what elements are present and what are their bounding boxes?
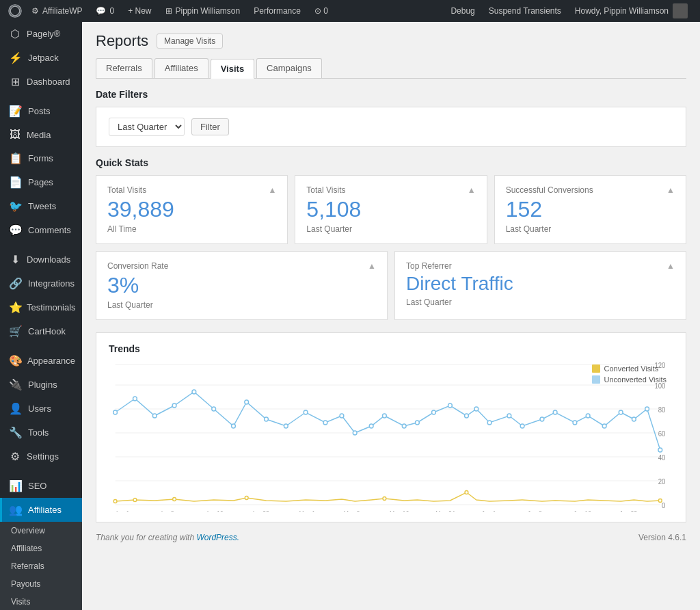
svg-point-20 — [212, 407, 216, 411]
svg-point-40 — [540, 417, 544, 421]
svg-point-55 — [658, 499, 662, 503]
svg-point-45 — [619, 410, 623, 414]
stat-card-conversion-rate: Conversion Rate ▲ 3% Last Quarter — [96, 251, 388, 320]
svg-text:Jun 8: Jun 8 — [528, 509, 542, 512]
svg-text:Apr 16: Apr 16 — [206, 509, 224, 512]
new-content-menu[interactable]: + New — [121, 0, 158, 22]
stat-card-header-4: Conversion Rate ▲ — [107, 261, 376, 271]
svg-point-35 — [465, 414, 469, 418]
footer-wordpress-link[interactable]: WordPress. — [196, 533, 239, 542]
sidebar-item-posts[interactable]: 📝 Posts — [0, 99, 82, 123]
svg-point-16 — [133, 397, 137, 401]
submenu-visits[interactable]: Visits — [0, 593, 82, 610]
stat-period-1: All Time — [107, 224, 276, 234]
svg-text:20: 20 — [658, 478, 666, 486]
comments-menu[interactable]: 💬 0 — [89, 0, 121, 22]
stat-card-header-2: Total Visits ▲ — [306, 185, 475, 195]
sidebar-item-integrations[interactable]: 🔗 Integrations — [0, 271, 82, 295]
svg-point-43 — [586, 414, 590, 418]
trends-title: Trends — [109, 343, 673, 354]
tweets-icon: 🐦 — [9, 200, 23, 213]
svg-text:Apr 1: Apr 1 — [116, 509, 130, 512]
stat-card-total-visits-quarter: Total Visits ▲ 5,108 Last Quarter — [295, 175, 487, 244]
comment-icon: 💬 — [96, 6, 106, 16]
svg-point-44 — [602, 424, 606, 428]
tabs-bar: Referrals Affiliates Visits Campaigns — [96, 58, 686, 79]
wp-logo-icon[interactable] — [5, 1, 25, 21]
plugins-icon: 🔌 — [9, 378, 23, 391]
sidebar-item-forms[interactable]: 📋 Forms — [0, 146, 82, 170]
converted-visits-label: Converted Visits — [604, 364, 658, 373]
submenu-payouts[interactable]: Payouts — [0, 575, 82, 593]
affiliates-submenu: Overview Affiliates Referrals Payouts Vi… — [0, 522, 82, 610]
unconverted-visits-label: Unconverted Visits — [604, 375, 667, 384]
svg-point-31 — [402, 424, 406, 428]
main-wrapper: ⬡ Pagely® ⚡ Jetpack ⊞ Dashboard 📝 Posts … — [0, 22, 700, 610]
sidebar-item-jetpack[interactable]: ⚡ Jetpack — [0, 46, 82, 70]
user-howdy[interactable]: Howdy, Pippin Williamson — [568, 0, 695, 22]
stat-label-4: Conversion Rate — [107, 261, 168, 271]
svg-point-17 — [152, 414, 157, 418]
svg-text:May 16: May 16 — [390, 509, 409, 512]
svg-point-48 — [658, 448, 662, 452]
date-filter-select[interactable]: Last Quarter This Quarter Last Month Thi… — [109, 118, 185, 136]
forms-icon: 📋 — [9, 152, 23, 165]
appearance-icon: 🎨 — [9, 354, 22, 367]
activity-count[interactable]: ⊙ 0 — [308, 0, 335, 22]
sidebar-item-users[interactable]: 👤 Users — [0, 397, 82, 421]
submenu-overview[interactable]: Overview — [0, 522, 82, 540]
pages-icon: 📄 — [9, 176, 23, 189]
suspend-transients[interactable]: Suspend Transients — [482, 0, 568, 22]
filter-button[interactable]: Filter — [191, 118, 229, 135]
media-icon: 🖼 — [9, 129, 21, 141]
debug-menu[interactable]: Debug — [444, 0, 481, 22]
affiliates-icon: 👥 — [9, 503, 23, 516]
stat-value-1: 39,889 — [107, 198, 276, 222]
svg-point-33 — [432, 410, 436, 414]
sidebar-item-testimonials[interactable]: ⭐ Testimonials — [0, 295, 82, 319]
tab-referrals[interactable]: Referrals — [96, 58, 152, 78]
tab-affiliates[interactable]: Affiliates — [154, 58, 208, 78]
sidebar-item-affiliates[interactable]: 👥 Affiliates — [0, 498, 82, 522]
sidebar-item-appearance[interactable]: 🎨 Appearance — [0, 349, 82, 373]
legend-unconverted: Unconverted Visits — [592, 375, 667, 384]
submenu-affiliates[interactable]: Affiliates — [0, 540, 82, 557]
sidebar-item-carthook[interactable]: 🛒 CartHook — [0, 319, 82, 343]
submenu-referrals[interactable]: Referrals — [0, 557, 82, 575]
sidebar-item-pages[interactable]: 📄 Pages — [0, 170, 82, 194]
performance-menu[interactable]: Performance — [247, 0, 308, 22]
svg-point-47 — [645, 407, 649, 411]
stat-period-4: Last Quarter — [107, 300, 376, 310]
comments-sidebar-icon: 💬 — [9, 224, 23, 237]
svg-text:Jun 23: Jun 23 — [619, 509, 637, 512]
sidebar-item-seo[interactable]: 📊 SEO — [0, 474, 82, 498]
svg-text:Apr 23: Apr 23 — [252, 509, 269, 512]
sidebar-item-comments[interactable]: 💬 Comments — [0, 218, 82, 242]
affiliatewp-menu[interactable]: ⚙ AffiliateWP — [25, 0, 89, 22]
user-plugin[interactable]: ⊞ Pippin Williamson — [159, 0, 247, 22]
stat-period-3: Last Quarter — [506, 224, 675, 234]
tab-campaigns[interactable]: Campaigns — [256, 58, 322, 78]
svg-point-54 — [465, 491, 468, 494]
sidebar-item-downloads[interactable]: ⬇ Downloads — [0, 248, 82, 271]
stat-arrow-5: ▲ — [667, 261, 675, 271]
svg-text:May 24: May 24 — [435, 509, 455, 512]
sidebar-item-media[interactable]: 🖼 Media — [0, 123, 82, 146]
sidebar-item-tweets[interactable]: 🐦 Tweets — [0, 194, 82, 218]
stat-card-header-1: Total Visits ▲ — [107, 185, 276, 195]
sidebar-item-dashboard[interactable]: ⊞ Dashboard — [0, 70, 82, 94]
svg-point-18 — [172, 403, 176, 408]
tab-visits[interactable]: Visits — [211, 59, 254, 79]
converted-visits-dot — [592, 364, 600, 373]
sidebar-item-plugins[interactable]: 🔌 Plugins — [0, 373, 82, 397]
sidebar-item-tools[interactable]: 🔧 Tools — [0, 421, 82, 445]
sidebar-item-settings[interactable]: ⚙ Settings — [0, 445, 82, 468]
manage-visits-button[interactable]: Manage Visits — [157, 34, 223, 49]
admin-bar-left: ⚙ AffiliateWP 💬 0 + New ⊞ Pippin William… — [5, 0, 444, 22]
stat-card-successful-conversions: Successful Conversions ▲ 152 Last Quarte… — [494, 175, 686, 244]
quick-stats-title: Quick Stats — [96, 157, 686, 168]
unconverted-visits-dot — [592, 375, 600, 384]
page-title: Reports — [96, 32, 148, 50]
sidebar-item-pagely[interactable]: ⬡ Pagely® — [0, 22, 82, 46]
stat-arrow-1: ▲ — [268, 185, 276, 195]
